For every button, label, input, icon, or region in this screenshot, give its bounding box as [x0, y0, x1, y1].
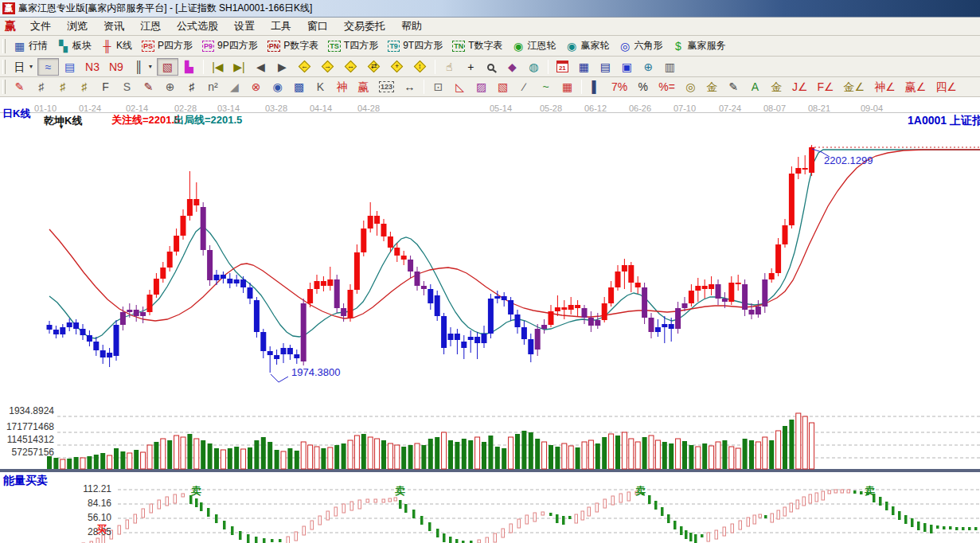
- f-angle-tool[interactable]: F∠: [812, 78, 838, 96]
- web-grid-tool[interactable]: ▩: [288, 78, 310, 96]
- quotes-button[interactable]: ▦行情: [9, 37, 53, 55]
- time-grid-tool[interactable]: ♯: [181, 78, 202, 96]
- box-select-tool[interactable]: ⊡: [428, 78, 449, 96]
- restore-scale-button[interactable]: +: [385, 58, 408, 76]
- k-ruler-tool[interactable]: K: [310, 78, 331, 96]
- first-screen-button-icon: |◀: [212, 61, 224, 73]
- p-square-button[interactable]: PSP四方形: [137, 37, 197, 55]
- draw-pen-tool[interactable]: ✎: [9, 78, 30, 96]
- spider-web-tool[interactable]: ◉: [267, 78, 288, 96]
- candle-edit-tool[interactable]: ✎: [723, 78, 744, 96]
- zoom-out-x-button[interactable]: ↔: [339, 58, 362, 76]
- scroll-left-button[interactable]: ←: [293, 58, 316, 76]
- menu-item-江恩[interactable]: 江恩: [132, 18, 169, 33]
- session-report-button[interactable]: ▤: [595, 58, 616, 76]
- t-number-table-button[interactable]: TNT数字表: [447, 37, 507, 55]
- dense-grid-tool[interactable]: ▦: [556, 78, 578, 96]
- swing3-button[interactable]: N3: [80, 58, 104, 76]
- menu-item-公式选股[interactable]: 公式选股: [169, 18, 226, 33]
- pattern-blue-button[interactable]: ≈: [37, 58, 59, 76]
- shen-gann-tool[interactable]: 神: [331, 78, 353, 96]
- time-cycle-tool[interactable]: ⊕: [159, 78, 181, 96]
- win-angle-tool[interactable]: 赢∠: [900, 78, 931, 96]
- zoom-in-x-button[interactable]: ⇄: [362, 58, 385, 76]
- menu-item-设置[interactable]: 设置: [226, 18, 263, 33]
- four-angle-tool[interactable]: 四∠: [931, 78, 962, 96]
- angle-gate-tool[interactable]: ◢: [224, 78, 245, 96]
- gold-mark-tool[interactable]: 金: [766, 78, 787, 96]
- menu-item-窗口[interactable]: 窗口: [299, 18, 336, 33]
- hand-drag-button[interactable]: ☝: [439, 58, 460, 76]
- qiankun-pattern-button[interactable]: ▧: [157, 58, 178, 76]
- first-screen-button[interactable]: |◀: [207, 58, 228, 76]
- spiral-tool[interactable]: S: [116, 78, 138, 96]
- volume-profile-button[interactable]: ▙: [178, 58, 200, 76]
- info-panel-button[interactable]: ▤: [59, 58, 80, 76]
- gold-ring-tool[interactable]: ◎: [680, 78, 701, 96]
- swing9-button[interactable]: N9: [104, 58, 128, 76]
- calendar-button[interactable]: 21: [552, 58, 573, 76]
- hexagon-button[interactable]: ◎六角形: [615, 37, 668, 55]
- gann-wheel-button[interactable]: ◉江恩轮: [508, 37, 561, 55]
- win-gann-tool[interactable]: 赢: [353, 78, 374, 96]
- sectors-button[interactable]: ▚板块: [53, 37, 96, 55]
- percent-lines-tool[interactable]: %=: [654, 78, 680, 96]
- print-button[interactable]: ▥: [659, 58, 681, 76]
- kline-period-dropdown[interactable]: 日▾: [9, 58, 37, 76]
- t-square-button[interactable]: TST四方形: [323, 37, 383, 55]
- menu-item-工具[interactable]: 工具: [263, 18, 299, 33]
- width-measure-tool[interactable]: ↔: [399, 78, 420, 96]
- page-right-button[interactable]: ▶: [271, 58, 293, 76]
- magnifier-button[interactable]: [482, 58, 502, 76]
- wave-a-tool[interactable]: A: [744, 78, 766, 96]
- kline-type-dropdown-icon[interactable]: ▼: [58, 123, 64, 131]
- chart-canvas[interactable]: [0, 115, 980, 469]
- gold-grid-a-tool[interactable]: ♯: [52, 78, 73, 96]
- gann-shape-button[interactable]: ◆: [502, 58, 523, 76]
- percent7-tool[interactable]: 7%: [607, 78, 632, 96]
- shen-angle-tool[interactable]: 神∠: [869, 78, 900, 96]
- tab-daily-kline[interactable]: 日K线: [2, 107, 30, 121]
- kline-button[interactable]: ╫K线: [96, 37, 137, 55]
- wave-line-tool[interactable]: ~: [535, 78, 556, 96]
- gold-level-tool[interactable]: 金: [701, 78, 723, 96]
- fan-rays-tool[interactable]: ◺: [449, 78, 470, 96]
- data-download-button[interactable]: ⊕: [638, 58, 659, 76]
- crosshair-button[interactable]: +: [460, 58, 482, 76]
- menu-item-交易委托[interactable]: 交易委托: [336, 18, 393, 33]
- menu-item-资讯[interactable]: 资讯: [96, 18, 132, 33]
- smart-analysis-button[interactable]: ◍: [523, 58, 545, 76]
- hist-levels-tool[interactable]: ▌: [585, 78, 607, 96]
- width-measure-tool-icon: ↔: [404, 80, 416, 93]
- zoom-y-button[interactable]: ↕: [408, 58, 431, 76]
- ruler-123-tool[interactable]: 123: [374, 78, 399, 96]
- winner-service-button[interactable]: $赢家服务: [668, 37, 731, 55]
- page-left-button[interactable]: ◀: [250, 58, 271, 76]
- calculator-button[interactable]: ▦: [573, 58, 595, 76]
- fan-grid-tool[interactable]: ▨: [470, 78, 492, 96]
- last-screen-button[interactable]: ▶|: [228, 58, 250, 76]
- menu-item-文件[interactable]: 文件: [22, 18, 59, 33]
- scroll-right-button[interactable]: →: [316, 58, 339, 76]
- 9p-square-button[interactable]: P99P四方形: [197, 37, 263, 55]
- gold-angle-tool[interactable]: 金∠: [839, 78, 870, 96]
- fibo-grid-tool[interactable]: F: [95, 78, 116, 96]
- gann-fan-circle-tool[interactable]: ⊗: [245, 78, 267, 96]
- j-angle-tool[interactable]: J∠: [787, 78, 813, 96]
- candle-style-dropdown[interactable]: ║▾: [128, 58, 157, 76]
- winner-wheel-button[interactable]: ◉赢家轮: [561, 37, 615, 55]
- save-button[interactable]: ▣: [616, 58, 638, 76]
- price-pen-tool[interactable]: ✎: [138, 78, 159, 96]
- menu-item-浏览[interactable]: 浏览: [59, 18, 96, 33]
- n-square-tool[interactable]: n²: [202, 78, 224, 96]
- date-tick-label: 08-07: [757, 104, 792, 113]
- gold-grid-b-tool[interactable]: ♯: [73, 78, 95, 96]
- cross-grid-tool[interactable]: ▧: [492, 78, 513, 96]
- price-annotation-high: 2202.1299: [824, 154, 873, 166]
- trend-line-tool[interactable]: ∕: [513, 78, 535, 96]
- gann-grid-tool[interactable]: ♯: [30, 78, 52, 96]
- percent-tool[interactable]: %: [632, 78, 654, 96]
- menu-item-帮助[interactable]: 帮助: [393, 18, 430, 33]
- 9t-square-button[interactable]: T99T四方形: [383, 37, 447, 55]
- p-number-table-button[interactable]: PNP数字表: [263, 37, 324, 55]
